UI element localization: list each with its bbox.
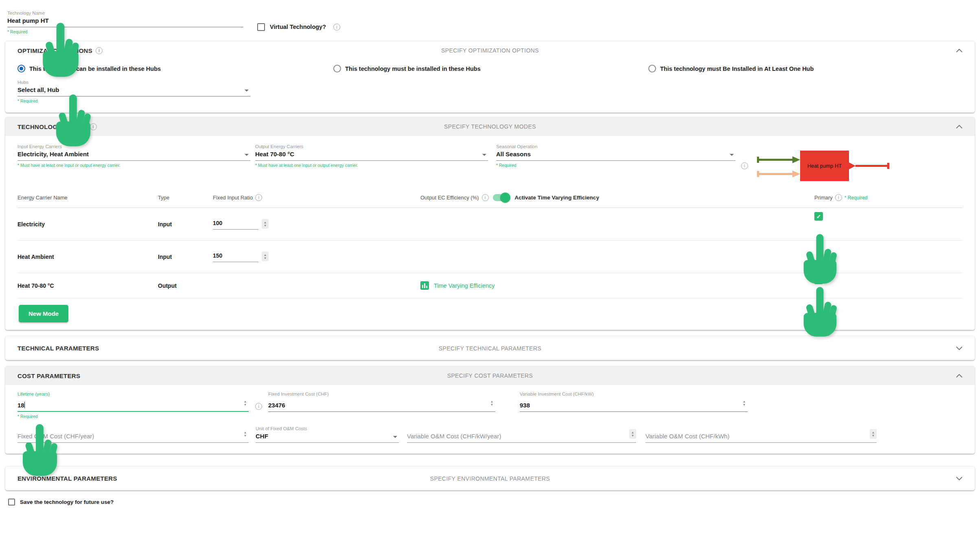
technology-name-value[interactable]: Heat pump HT xyxy=(7,17,243,24)
virtual-technology-checkbox[interactable] xyxy=(257,23,265,31)
time-varying-efficiency-link[interactable]: Time Varying Efficiency xyxy=(420,281,495,290)
unit-of-fixed-om-costs-field[interactable]: Unit of Fixed O&M Costs CHF xyxy=(256,426,399,443)
save-technology-row: Save the technology for future use? xyxy=(0,490,980,506)
ratio-value[interactable]: 150 xyxy=(213,252,258,262)
optimization-collapse-chevron-icon[interactable] xyxy=(956,49,962,53)
number-stepper-icon[interactable]: ▴▾ xyxy=(262,252,269,261)
optimization-options-title: OPTIMIZATION OPTIONS xyxy=(18,47,92,54)
number-stepper-icon[interactable]: ▴▾ xyxy=(262,219,269,229)
number-stepper-icon[interactable]: ▴▾ xyxy=(242,398,249,408)
fixed-investment-cost-value[interactable]: 23476 xyxy=(268,402,485,409)
primary-checkbox-checked[interactable]: ✓ xyxy=(814,212,823,221)
lifetime-value[interactable]: 18 xyxy=(18,402,238,409)
hub-installation-radio-group: This technology can be installed in thes… xyxy=(5,60,975,74)
row-type: Input xyxy=(158,254,213,260)
input-energy-carriers-field[interactable]: Input Energy Carriers Electricity, Heat … xyxy=(18,144,250,168)
table-row-heat-70-80: Heat 70-80 °C Output Time Varying Effici… xyxy=(18,273,962,298)
fixed-om-cost-field[interactable]: Fixed O&M Cost (CHF/year) ▴▾ xyxy=(18,429,249,443)
dropdown-arrow-icon[interactable] xyxy=(482,154,486,156)
dropdown-arrow-icon[interactable] xyxy=(730,154,734,156)
fixed-input-ratio-input[interactable]: 100 ▴▾ xyxy=(213,219,269,230)
number-stepper-icon[interactable]: ▴▾ xyxy=(870,429,877,439)
dropdown-arrow-icon[interactable] xyxy=(245,90,249,92)
unit-of-fixed-om-costs-value[interactable]: CHF xyxy=(256,433,390,440)
time-varying-efficiency-toggle[interactable] xyxy=(493,194,509,201)
variable-investment-cost-field[interactable]: Variable Investment Cost (CHF/kW) 938 ▴▾ xyxy=(520,392,748,412)
lifetime-required: * Required xyxy=(18,414,249,419)
output-energy-carriers-field[interactable]: Output Energy Carriers Heat 70-80 °C * M… xyxy=(255,144,488,168)
radio-can-be-installed-label: This technology can be installed in thes… xyxy=(29,66,161,72)
virtual-technology-info-icon[interactable]: i xyxy=(333,24,340,31)
number-stepper-icon[interactable]: ▴▾ xyxy=(488,398,495,408)
technology-name-required: * Required xyxy=(7,29,243,34)
optimization-options-info-icon[interactable]: i xyxy=(96,47,103,54)
table-row-heat-ambient: Heat Ambient Input 150 ▴▾ xyxy=(18,241,962,273)
variable-investment-cost-label: Variable Investment Cost (CHF/kW) xyxy=(520,392,748,396)
number-stepper-icon[interactable]: ▴▾ xyxy=(242,429,249,439)
cost-collapse-chevron-icon[interactable] xyxy=(956,374,962,378)
technology-modes-subtitle: SPECIFY TECHNOLOGY MODES xyxy=(5,123,975,130)
fixed-investment-cost-label: Fixed Investment Cost (CHF) xyxy=(268,392,495,396)
input-energy-carriers-value[interactable]: Electricity, Heat Ambient xyxy=(18,151,241,158)
seasonal-operation-field[interactable]: Seasonal Operation All Seasons * Require… xyxy=(496,144,735,168)
primary-required: * Required xyxy=(844,195,868,201)
technical-collapse-chevron-icon[interactable] xyxy=(956,346,962,350)
new-mode-button[interactable]: New Mode xyxy=(19,305,68,322)
radio-must-be-installed[interactable]: This technology must be installed in the… xyxy=(333,65,648,72)
technology-name-field[interactable]: Technology Name Heat pump HT * Required xyxy=(7,11,243,34)
radio-selected-icon[interactable] xyxy=(18,65,25,72)
technology-modes-info-icon[interactable]: i xyxy=(90,123,97,130)
technology-name-block: Technology Name Heat pump HT * Required … xyxy=(0,0,980,34)
variable-om-cost-kw-year-placeholder[interactable]: Variable O&M Cost (CHF/kW/year) xyxy=(407,433,626,440)
dropdown-arrow-icon[interactable] xyxy=(245,154,249,156)
environmental-collapse-chevron-icon[interactable] xyxy=(956,477,962,480)
seasonal-operation-value[interactable]: All Seasons xyxy=(496,151,726,158)
modes-collapse-chevron-icon[interactable] xyxy=(956,125,962,129)
variable-om-cost-kwh-field[interactable]: Variable O&M Cost (CHF/kWh) ▴▾ xyxy=(645,429,877,443)
variable-om-cost-kw-year-field[interactable]: Variable O&M Cost (CHF/kW/year) ▴▾ xyxy=(407,429,636,443)
cost-parameters-header[interactable]: COST PARAMETERS SPECIFY COST PARAMETERS xyxy=(5,366,975,385)
radio-can-be-installed[interactable]: This technology can be installed in thes… xyxy=(18,65,333,72)
fixed-input-ratio-input[interactable]: 150 ▴▾ xyxy=(213,252,269,262)
technology-modes-header[interactable]: TECHNOLOGY MODES i SPECIFY TECHNOLOGY MO… xyxy=(5,117,975,136)
radio-at-least-one-hub[interactable]: This technology must Be Installed in At … xyxy=(648,65,814,72)
radio-at-least-one-hub-label: This technology must Be Installed in At … xyxy=(660,66,814,72)
table-row-electricity: Electricity Input 100 ▴▾ ✓ xyxy=(18,208,962,241)
output-ec-efficiency-info-icon[interactable]: i xyxy=(482,194,489,201)
header-type: Type xyxy=(158,195,213,201)
radio-unselected-icon[interactable] xyxy=(333,65,341,72)
fixed-investment-cost-field[interactable]: Fixed Investment Cost (CHF) 23476 ▴▾ xyxy=(268,392,495,412)
technical-parameters-title: TECHNICAL PARAMETERS xyxy=(18,345,99,352)
primary-info-icon[interactable]: i xyxy=(835,194,842,201)
row-name: Electricity xyxy=(18,221,158,228)
unit-of-fixed-om-costs-label: Unit of Fixed O&M Costs xyxy=(256,426,399,431)
ratio-value[interactable]: 100 xyxy=(213,220,258,230)
number-stepper-icon[interactable]: ▴▾ xyxy=(629,429,636,439)
hubs-select-field[interactable]: Hubs Select all, Hub * Required xyxy=(18,80,250,103)
fixed-om-cost-placeholder[interactable]: Fixed O&M Cost (CHF/year) xyxy=(18,433,238,440)
radio-must-be-installed-label: This technology must be installed in the… xyxy=(345,66,481,72)
hubs-value[interactable]: Select all, Hub xyxy=(18,86,241,93)
time-varying-efficiency-label: Time Varying Efficiency xyxy=(434,282,495,289)
technology-name-label: Technology Name xyxy=(7,11,243,15)
variable-om-cost-kwh-placeholder[interactable]: Variable O&M Cost (CHF/kWh) xyxy=(645,433,866,440)
output-energy-carriers-hint: * Must have at least one input or output… xyxy=(255,163,488,168)
seasonal-operation-required: * Required xyxy=(496,163,735,168)
environmental-parameters-title: ENVIRONMENTAL PARAMETERS xyxy=(18,475,117,482)
diagram-info-icon[interactable]: i xyxy=(741,162,748,169)
primary-checkbox-checked[interactable]: ✓ xyxy=(814,276,823,284)
output-energy-carriers-value[interactable]: Heat 70-80 °C xyxy=(255,151,479,158)
save-technology-checkbox[interactable] xyxy=(8,499,15,506)
lifetime-field[interactable]: Lifetime (years) 18 ▴▾ * Required xyxy=(18,392,249,419)
number-stepper-icon[interactable]: ▴▾ xyxy=(741,398,748,408)
optimization-options-header[interactable]: OPTIMIZATION OPTIONS i SPECIFY OPTIMIZAT… xyxy=(5,41,975,60)
output-energy-carriers-label: Output Energy Carriers xyxy=(255,144,488,149)
fixed-input-ratio-info-icon[interactable]: i xyxy=(255,194,262,201)
fixed-investment-info-icon[interactable]: i xyxy=(255,403,262,410)
optimization-options-section: OPTIMIZATION OPTIONS i SPECIFY OPTIMIZAT… xyxy=(5,41,975,113)
variable-investment-cost-value[interactable]: 938 xyxy=(520,402,737,409)
radio-unselected-icon[interactable] xyxy=(648,65,656,72)
technical-parameters-section[interactable]: TECHNICAL PARAMETERS SPECIFY TECHNICAL P… xyxy=(5,336,975,360)
dropdown-arrow-icon[interactable] xyxy=(393,436,397,438)
environmental-parameters-section[interactable]: ENVIRONMENTAL PARAMETERS SPECIFY ENVIRON… xyxy=(5,466,975,490)
